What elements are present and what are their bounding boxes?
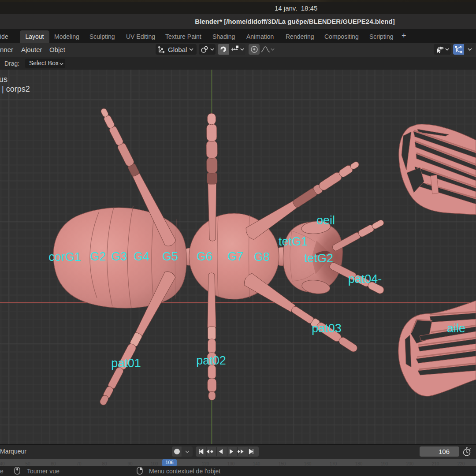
svg-text:pat03: pat03 [312, 322, 342, 335]
svg-text:pat01: pat01 [111, 357, 141, 370]
svg-text:aile: aile [447, 322, 465, 335]
svg-text:G3: G3 [111, 250, 127, 263]
svg-text:G2: G2 [90, 250, 106, 263]
svg-text:oeil: oeil [316, 214, 335, 227]
svg-text:G6: G6 [197, 250, 212, 263]
svg-text:G5: G5 [162, 250, 178, 263]
svg-text:tetG2: tetG2 [304, 252, 333, 265]
svg-text:corG1: corG1 [48, 250, 81, 264]
svg-text:| corps2: | corps2 [2, 85, 30, 93]
svg-text:G7: G7 [227, 250, 243, 263]
svg-text:G4: G4 [134, 250, 149, 263]
svg-text:tetG1: tetG1 [279, 235, 308, 248]
svg-text:G8: G8 [254, 250, 270, 264]
svg-text:us: us [0, 75, 7, 84]
svg-text:pat02: pat02 [196, 354, 226, 367]
svg-text:pat04-: pat04- [348, 272, 382, 286]
